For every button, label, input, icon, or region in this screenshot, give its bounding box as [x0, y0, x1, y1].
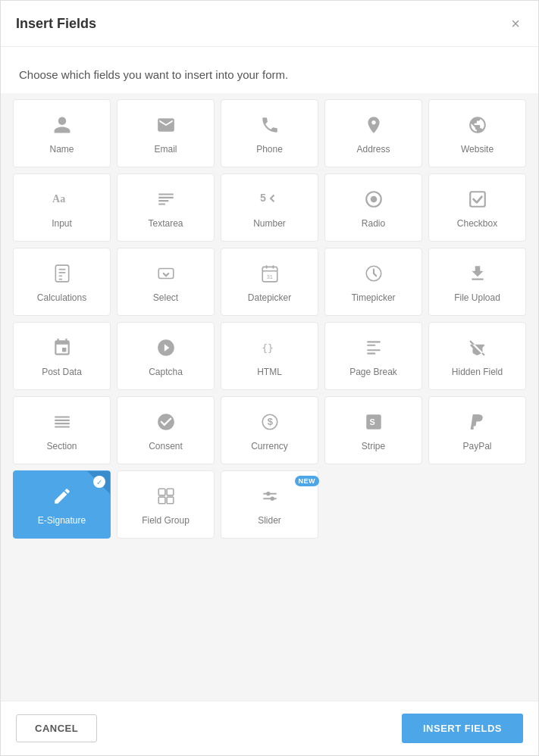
field-item-html[interactable]: {}HTML [221, 322, 318, 390]
field-label-currency: Currency [251, 441, 288, 451]
modal-footer: CANCEL INSERT FIELDS [1, 701, 538, 755]
field-item-radio[interactable]: Radio [324, 173, 422, 242]
field-label-radio: Radio [362, 218, 385, 229]
section-icon [52, 412, 72, 435]
field-item-e-signature[interactable]: ✓E-Signature [13, 470, 111, 539]
captcha-icon [156, 338, 176, 361]
consent-icon [156, 412, 176, 435]
field-label-page-break: Page Break [349, 367, 397, 377]
field-item-section[interactable]: Section [13, 396, 111, 464]
field-label-address: Address [356, 144, 390, 155]
field-label-datepicker: Datepicker [248, 292, 291, 303]
modal-header: Insert Fields × [1, 1, 538, 47]
field-item-checkbox[interactable]: Checkbox [428, 173, 526, 242]
field-label-captcha: Captcha [149, 367, 183, 377]
svg-text:{}: {} [262, 342, 274, 354]
field-item-number[interactable]: 5Number [221, 173, 318, 242]
calculations-icon [52, 264, 72, 286]
field-item-file-upload[interactable]: File Upload [428, 248, 526, 316]
slider-icon [260, 486, 280, 509]
datepicker-icon: 31 [260, 264, 280, 286]
svg-text:S: S [369, 417, 374, 426]
field-label-field-group: Field Group [142, 515, 190, 526]
field-label-name: Name [49, 144, 74, 155]
fields-grid: NameEmailPhoneAddressWebsiteAaInputTexta… [13, 99, 526, 539]
svg-text:31: 31 [266, 273, 272, 280]
svg-text:$: $ [267, 416, 273, 427]
field-label-stripe: Stripe [362, 441, 385, 451]
svg-text:5: 5 [260, 192, 266, 204]
fields-grid-container: NameEmailPhoneAddressWebsiteAaInputTexta… [1, 93, 538, 701]
svg-point-3 [370, 195, 377, 202]
field-item-stripe[interactable]: SStripe [324, 396, 422, 464]
field-label-e-signature: E-Signature [38, 515, 86, 526]
field-label-section: Section [46, 441, 77, 451]
phone-icon [260, 115, 280, 138]
hidden-field-icon [468, 338, 487, 361]
field-item-timepicker[interactable]: Timepicker [324, 248, 422, 316]
field-label-phone: Phone [256, 144, 283, 155]
field-item-consent[interactable]: Consent [117, 396, 215, 464]
svg-rect-18 [167, 497, 174, 504]
field-item-post-data[interactable]: Post Data [13, 322, 111, 390]
post-data-icon [52, 338, 72, 361]
field-item-currency[interactable]: $Currency [221, 396, 318, 464]
field-label-checkbox: Checkbox [457, 218, 497, 229]
modal-subtitle: Choose which fields you want to insert i… [1, 47, 538, 93]
name-icon [52, 115, 72, 138]
svg-text:Aa: Aa [52, 192, 65, 205]
field-label-post-data: Post Data [42, 367, 82, 377]
field-item-email[interactable]: Email [117, 99, 215, 167]
field-label-timepicker: Timepicker [351, 292, 395, 303]
select-icon [156, 264, 176, 286]
cancel-button[interactable]: CANCEL [16, 714, 97, 742]
svg-rect-16 [167, 489, 174, 495]
field-item-address[interactable]: Address [324, 99, 422, 167]
field-label-calculations: Calculations [37, 292, 86, 303]
field-item-textarea[interactable]: Textarea [117, 173, 215, 242]
timepicker-icon [364, 264, 384, 286]
field-label-input: Input [52, 218, 72, 229]
svg-point-20 [270, 496, 274, 500]
field-item-calculations[interactable]: Calculations [13, 248, 111, 316]
email-icon [156, 115, 176, 138]
textarea-icon [156, 189, 176, 212]
address-icon [364, 115, 384, 138]
field-label-file-upload: File Upload [454, 292, 500, 303]
field-item-datepicker[interactable]: 31Datepicker [221, 248, 318, 316]
field-label-slider: Slider [258, 515, 281, 526]
svg-rect-15 [158, 489, 165, 495]
e-signature-icon [52, 486, 72, 509]
svg-rect-4 [470, 192, 485, 207]
field-item-input[interactable]: AaInput [13, 173, 111, 242]
currency-icon: $ [260, 412, 280, 435]
number-icon: 5 [260, 189, 280, 212]
field-item-slider[interactable]: NEWSlider [221, 470, 318, 539]
insert-fields-modal: Insert Fields × Choose which fields you … [0, 0, 539, 756]
field-label-html: HTML [257, 367, 282, 377]
stripe-icon: S [364, 412, 384, 435]
website-icon [468, 115, 487, 138]
field-label-email: Email [154, 144, 177, 155]
insert-fields-button[interactable]: INSERT FIELDS [402, 714, 523, 743]
field-item-hidden-field[interactable]: Hidden Field [428, 322, 526, 390]
field-item-field-group[interactable]: Field Group [117, 470, 215, 539]
close-button[interactable]: × [508, 13, 523, 34]
field-item-phone[interactable]: Phone [221, 99, 318, 167]
modal-title: Insert Fields [16, 16, 96, 32]
field-item-captcha[interactable]: Captcha [117, 322, 215, 390]
svg-point-19 [266, 492, 270, 495]
html-icon: {} [260, 338, 280, 361]
field-label-number: Number [253, 218, 286, 229]
field-item-website[interactable]: Website [428, 99, 526, 167]
paypal-icon [468, 412, 487, 435]
field-label-paypal: PayPal [462, 441, 491, 451]
field-item-select[interactable]: Select [117, 248, 215, 316]
file-upload-icon [468, 264, 487, 286]
field-item-page-break[interactable]: Page Break [324, 322, 422, 390]
field-item-paypal[interactable]: PayPal [428, 396, 526, 464]
field-item-name[interactable]: Name [13, 99, 111, 167]
field-label-textarea: Textarea [148, 218, 183, 229]
radio-icon [364, 189, 384, 212]
field-label-website: Website [461, 144, 494, 155]
